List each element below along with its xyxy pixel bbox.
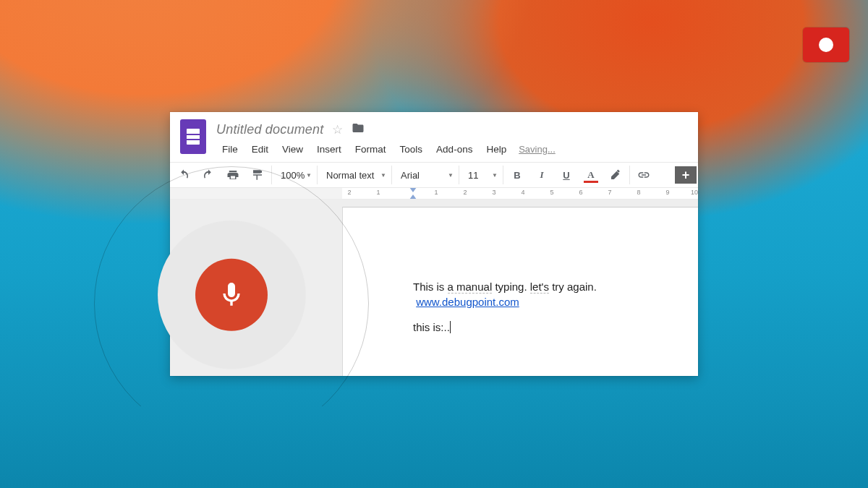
document-titlebar: Untitled document ☆ (216, 119, 688, 140)
chevron-down-icon: ▼ (306, 172, 312, 179)
horizontal-ruler[interactable]: 2 1 1 2 3 4 5 6 7 8 9 10 (170, 188, 698, 200)
ruler-mark: 8 (637, 189, 640, 196)
print-button[interactable] (221, 162, 245, 188)
google-docs-window: Untitled document ☆ File Edit View Inser… (170, 112, 698, 376)
page-content[interactable]: This is a manual typing. let's try again… (343, 207, 698, 335)
ruler-mark: 1 (376, 189, 380, 196)
document-title[interactable]: Untitled document (216, 122, 323, 137)
redo-button[interactable] (196, 162, 221, 188)
ruler-mark: 6 (579, 189, 582, 196)
ruler-mark: 1 (434, 189, 438, 196)
text-line[interactable]: this is:.. (413, 320, 698, 335)
ruler-mark: 2 (347, 189, 351, 196)
left-indent-marker[interactable] (409, 194, 417, 200)
font-size-selector[interactable]: 11▼ (461, 162, 501, 188)
highlighter-icon (609, 168, 622, 181)
voice-typing-button[interactable] (195, 259, 268, 331)
record-dot-icon (819, 38, 833, 52)
paragraph-style-selector[interactable]: Normal text▼ (319, 162, 390, 188)
italic-button[interactable]: I (529, 162, 554, 188)
underline-icon: U (563, 170, 569, 181)
ruler-mark: 3 (492, 189, 495, 196)
menu-help[interactable]: Help (480, 142, 512, 156)
document-page[interactable]: This is a manual typing. let's try again… (342, 207, 698, 376)
bold-button[interactable]: B (505, 162, 529, 188)
text-color-a-icon: A (587, 169, 594, 181)
paint-roller-icon (251, 168, 264, 181)
print-icon (226, 168, 239, 181)
ruler-mark: 4 (521, 189, 524, 196)
grammar-suggestion[interactable]: a manual (448, 281, 493, 294)
microphone-icon (217, 278, 246, 312)
menu-format[interactable]: Format (349, 142, 392, 156)
ruler-mark: 10 (691, 189, 698, 196)
font-value: Arial (401, 170, 420, 181)
undo-icon (177, 168, 190, 181)
grammar-suggestion[interactable]: let's (530, 281, 549, 294)
text: This is (413, 281, 448, 293)
redo-icon (202, 168, 215, 181)
folder-icon (352, 121, 365, 134)
text-line[interactable]: www.debugpoint.com (413, 295, 698, 310)
star-icon[interactable]: ☆ (332, 122, 343, 137)
paint-format-button[interactable] (245, 162, 270, 188)
undo-button[interactable] (171, 162, 196, 188)
menu-edit[interactable]: Edit (246, 142, 274, 156)
menu-file[interactable]: File (216, 142, 244, 156)
underline-button[interactable]: U (554, 162, 579, 188)
highlight-button[interactable] (603, 162, 628, 188)
chevron-down-icon: ▼ (492, 172, 498, 179)
first-line-indent-marker[interactable] (409, 188, 417, 192)
zoom-value: 100% (281, 170, 305, 181)
menu-tools[interactable]: Tools (394, 142, 429, 156)
chevron-down-icon: ▼ (448, 172, 454, 179)
size-value: 11 (468, 170, 478, 181)
link-icon (637, 168, 650, 181)
screen-record-indicator[interactable] (803, 27, 849, 62)
ruler-mark: 9 (665, 189, 669, 196)
desktop: Untitled document ☆ File Edit View Inser… (0, 0, 868, 488)
menu-addons[interactable]: Add-ons (430, 142, 478, 156)
text-line[interactable]: This is a manual typing. let's try again… (413, 280, 698, 295)
menu-view[interactable]: View (276, 142, 309, 156)
menu-bar: File Edit View Insert Format Tools Add-o… (216, 140, 688, 162)
text-cursor (450, 321, 451, 333)
docs-logo-icon[interactable] (180, 119, 206, 154)
toolbar: 100%▼ Normal text▼ Arial▼ 11▼ B I U A + (170, 162, 698, 188)
ruler-mark: 5 (550, 189, 553, 196)
italic-icon: I (540, 169, 543, 181)
move-folder-icon[interactable] (352, 121, 365, 138)
toolbar-more-button[interactable]: + (675, 166, 697, 184)
docs-header: Untitled document ☆ File Edit View Inser… (170, 112, 698, 162)
ruler-mark: 7 (608, 189, 611, 196)
text: typing. (492, 281, 530, 293)
ruler-mark: 2 (463, 189, 467, 196)
font-selector[interactable]: Arial▼ (393, 162, 457, 188)
zoom-selector[interactable]: 100%▼ (273, 162, 315, 188)
save-status: Saving... (519, 144, 556, 155)
style-value: Normal text (326, 170, 374, 181)
text: try again. (549, 281, 597, 293)
text: this is:.. (413, 321, 450, 333)
insert-link-button[interactable] (631, 162, 656, 188)
chevron-down-icon: ▼ (380, 172, 386, 179)
text-color-button[interactable]: A (579, 162, 603, 188)
hyperlink[interactable]: www.debugpoint.com (416, 296, 519, 308)
menu-insert[interactable]: Insert (311, 142, 347, 156)
bold-icon: B (514, 170, 520, 181)
